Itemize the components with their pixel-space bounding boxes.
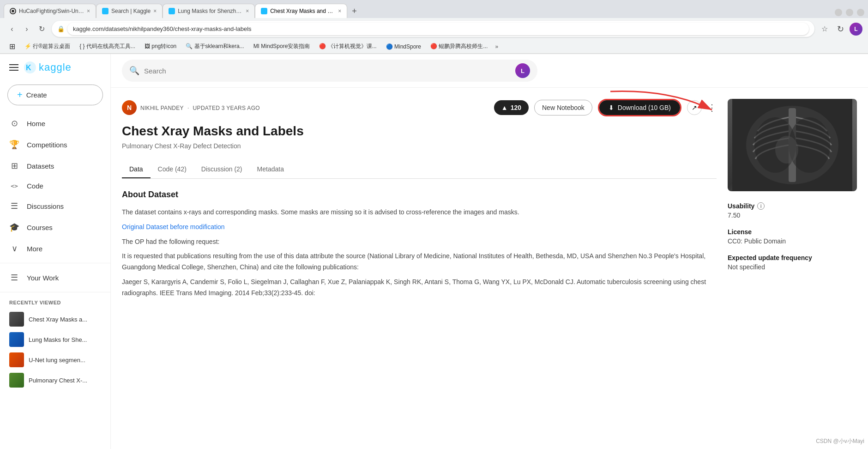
bookmark-png2icon[interactable]: 🖼 png转icon: [141, 42, 180, 51]
dataset-title: Chest Xray Masks and Labels: [122, 124, 717, 139]
address-bar: ‹ › ↻ 🔒 ☆ ↻ L: [0, 18, 868, 40]
tab-3-title: Lung Masks for Shenzhen Ho...: [178, 8, 243, 14]
bookmark-kunpeng[interactable]: 🔴 鲲鹏异腾高校师生...: [427, 42, 491, 51]
svg-point-10: [775, 136, 798, 164]
tab-bar: HuCaoFighting/Swin-Unet: Th... × Search …: [0, 0, 868, 18]
usability-label: Usability i: [728, 202, 857, 210]
license-value: CC0: Public Domain: [728, 237, 857, 245]
bookmark-cv-course[interactable]: 🔴 《计算机视觉》课...: [315, 42, 380, 51]
sidebar-item-more[interactable]: ∨ More: [0, 238, 105, 259]
create-button[interactable]: + Create: [7, 85, 103, 105]
dataset-sidebar: Usability i 7.50 License CC0: Public Dom…: [728, 99, 857, 299]
tab-discussion[interactable]: Discussion (2): [194, 161, 250, 178]
main-content: 🔍 L N NIKHIL PANDEY · UPDATED 3 YEARS AG…: [111, 54, 868, 449]
recent-item-4-thumb: [9, 373, 24, 388]
reload-button[interactable]: ↻: [35, 23, 48, 36]
bookmark-mindspore[interactable]: 🔵 MindSpore: [382, 42, 425, 51]
bookmark-codehighlight[interactable]: { } 代码在线高亮工具...: [76, 42, 139, 51]
desc-para3: It is requested that publications result…: [122, 251, 717, 273]
download-icon: ⬇: [609, 104, 614, 111]
download-button[interactable]: ⬇ Download (10 GB): [599, 100, 680, 115]
desc-para4: Jaeger S, Karargyris A, Candemir S, Foli…: [122, 277, 717, 299]
close-window-button[interactable]: [857, 9, 864, 16]
user-profile-button[interactable]: L: [850, 23, 862, 36]
nav-buttons: ‹ › ↻: [6, 23, 48, 36]
tab-3[interactable]: Lung Masks for Shenzhen Ho... ×: [163, 4, 255, 18]
license-group: License CC0: Public Domain: [728, 228, 857, 245]
updated-time: UPDATED 3 YEARS AGO: [193, 105, 260, 111]
recent-item-2[interactable]: Lung Masks for She...: [9, 329, 101, 350]
kaggle-logo[interactable]: K kaggle: [24, 61, 72, 73]
bookmark-apps[interactable]: ⊞: [6, 41, 19, 52]
sidebar-item-competitions[interactable]: 🏆 Competitions: [0, 134, 105, 155]
sidebar-header: K kaggle: [0, 54, 110, 81]
recent-item-3[interactable]: U-Net lung segmen...: [9, 350, 101, 370]
tab-code[interactable]: Code (42): [151, 161, 194, 178]
vote-button[interactable]: ▲ 120: [494, 100, 529, 115]
sidebar-item-code[interactable]: <> Code: [0, 176, 105, 195]
tab-2-close[interactable]: ×: [153, 8, 157, 14]
sidebar: K kaggle + Create ⊙ Home 🏆 Competitions …: [0, 54, 111, 449]
about-dataset-title: About Dataset: [122, 190, 717, 200]
plus-icon: +: [17, 90, 23, 100]
bookmark-supercomputing[interactable]: ⚡ 行®超算云桌面: [21, 42, 74, 51]
hamburger-menu[interactable]: [9, 64, 18, 71]
license-label: License: [728, 228, 857, 236]
download-label: Download (10 GB): [618, 104, 671, 111]
bookmark-sklearn[interactable]: 🔍 基于sklearn和kera...: [182, 42, 247, 51]
maximize-button[interactable]: [846, 9, 853, 16]
bookmarks-more[interactable]: »: [495, 43, 498, 50]
sidebar-item-home-label: Home: [27, 120, 45, 127]
tab-2[interactable]: Search | Kaggle ×: [96, 4, 163, 18]
usability-group: Usability i 7.50: [728, 202, 857, 219]
back-button[interactable]: ‹: [6, 23, 18, 36]
new-tab-button[interactable]: +: [347, 5, 362, 18]
tab-4[interactable]: Chest Xray Masks and Labels | ×: [255, 4, 347, 18]
tab-data[interactable]: Data: [122, 161, 151, 178]
minimize-button[interactable]: [835, 9, 842, 16]
profile-sync-button[interactable]: ↻: [834, 23, 847, 36]
dataset-meta: N NIKHIL PANDEY · UPDATED 3 YEARS AGO ▲ …: [122, 99, 717, 116]
create-label: Create: [26, 91, 47, 99]
original-dataset-link[interactable]: Original Dataset before modification: [122, 223, 225, 231]
update-freq-group: Expected update frequency Not specified: [728, 254, 857, 271]
tab-3-close[interactable]: ×: [246, 8, 249, 14]
sidebar-item-competitions-label: Competitions: [27, 141, 67, 149]
browser-actions: ☆ ↻ L: [818, 23, 862, 36]
xray-preview: [728, 99, 857, 191]
lock-icon: 🔒: [57, 25, 65, 32]
more-options-button[interactable]: ⋮: [707, 102, 717, 113]
tab-4-title: Chest Xray Masks and Labels |: [270, 8, 335, 14]
recent-item-4[interactable]: Pulmonary Chest X-...: [9, 370, 101, 390]
bookmarks-bar: ⊞ ⚡ 行®超算云桌面 { } 代码在线高亮工具... 🖼 png转icon 🔍…: [0, 40, 868, 54]
meta-left: N NIKHIL PANDEY · UPDATED 3 YEARS AGO: [122, 100, 260, 115]
usability-info-icon[interactable]: i: [757, 202, 765, 210]
sidebar-item-your-work-label: Your Work: [27, 274, 59, 282]
new-notebook-button[interactable]: New Notebook: [534, 100, 592, 115]
sidebar-item-home[interactable]: ⊙ Home: [0, 113, 105, 134]
sidebar-divider: [0, 263, 110, 263]
tab-metadata[interactable]: Metadata: [250, 161, 291, 178]
meta-right: ▲ 120 New Notebook ⬇ Download (10 GB): [494, 99, 717, 116]
recent-item-1[interactable]: Chest Xray Masks a...: [9, 309, 101, 329]
sidebar-item-datasets[interactable]: ⊞ Datasets: [0, 155, 105, 176]
tab-4-close[interactable]: ×: [338, 8, 341, 14]
tab-1-close[interactable]: ×: [87, 8, 90, 14]
bookmark-star-button[interactable]: ☆: [818, 23, 831, 36]
sidebar-item-discussions[interactable]: ☰ Discussions: [0, 195, 105, 217]
sidebar-item-courses[interactable]: 🎓 Courses: [0, 217, 105, 238]
sidebar-item-code-label: Code: [27, 182, 43, 190]
author-separator: ·: [187, 104, 189, 111]
recent-item-3-title: U-Net lung segmen...: [29, 357, 85, 364]
bookmark-mindspore-install[interactable]: MI MindSpore安装指南: [250, 42, 314, 51]
sidebar-item-more-label: More: [27, 245, 42, 253]
share-button[interactable]: ↗: [687, 100, 702, 115]
address-input[interactable]: [67, 23, 809, 35]
sidebar-item-your-work[interactable]: ☰ Your Work: [0, 267, 105, 288]
xray-svg: [732, 99, 852, 191]
forward-button[interactable]: ›: [20, 23, 33, 36]
browser-chrome: HuCaoFighting/Swin-Unet: Th... × Search …: [0, 0, 868, 54]
search-input[interactable]: [144, 67, 511, 75]
tab-1[interactable]: HuCaoFighting/Swin-Unet: Th... ×: [4, 4, 96, 18]
kaggle-logo-icon: K: [24, 61, 36, 73]
